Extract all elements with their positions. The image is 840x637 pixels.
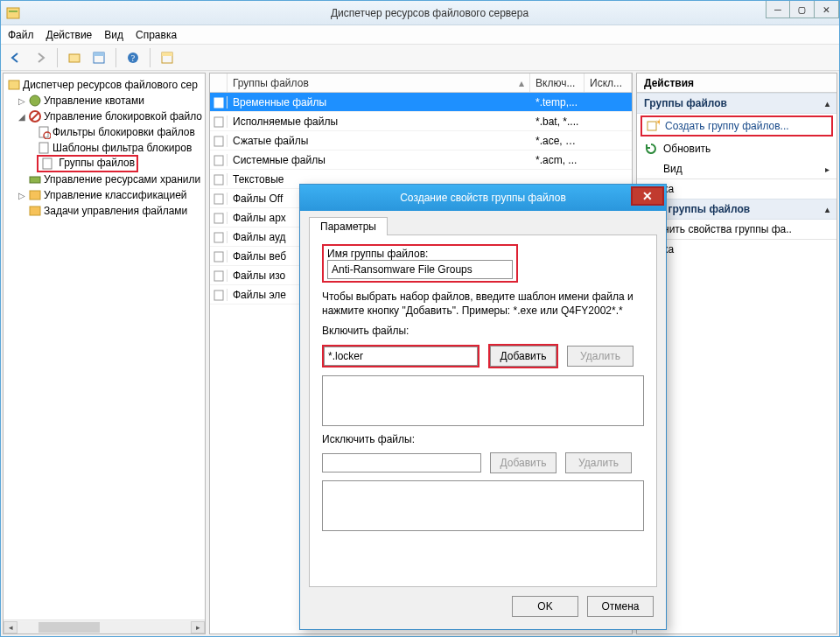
nav-forward-button[interactable] (31, 48, 50, 67)
include-label: Включить файлы: (322, 325, 644, 337)
col-header-include[interactable]: Включ... (530, 74, 584, 92)
quota-icon (28, 94, 42, 108)
window-title: Диспетчер ресурсов файлового сервера (20, 7, 839, 19)
group-name-label: Имя группы файлов: (327, 248, 513, 260)
svg-rect-25 (214, 194, 223, 204)
svg-rect-9 (9, 80, 19, 89)
scroll-right-button[interactable]: ▸ (191, 621, 205, 634)
pattern-hint: Чтобы выбрать набор файлов, введите шабл… (322, 290, 644, 318)
include-listbox[interactable] (322, 375, 644, 426)
tree-filters[interactable]: Фильтры блокировки файлов (51, 126, 195, 138)
menu-view[interactable]: Вид (104, 29, 123, 41)
file-group-row[interactable]: Сжатые файлы*.ace, *.... (210, 131, 632, 150)
block-icon (28, 109, 42, 123)
exclude-listbox[interactable] (322, 480, 644, 531)
scroll-left-button[interactable]: ◂ (4, 621, 18, 634)
svg-rect-17 (30, 177, 40, 183)
actions-section-selected: ные группы файлов ▴ (637, 199, 836, 220)
svg-rect-8 (162, 52, 172, 56)
close-button[interactable]: ✕ (815, 1, 839, 18)
file-group-row[interactable]: Системные файлы*.acm, ... (210, 150, 632, 170)
svg-text:?: ? (131, 53, 136, 63)
group-icon (40, 157, 54, 171)
nav-tree-pane: Диспетчер ресурсов файлового сер ▷ Управ… (3, 73, 206, 634)
action-refresh-label: Обновить (663, 143, 710, 155)
tree-horizontal-scrollbar[interactable]: ◂ ▸ (4, 620, 205, 634)
col-header-exclude[interactable]: Искл... (584, 74, 632, 92)
tree-templates[interactable]: Шаблоны фильтра блокиров (51, 142, 192, 154)
toolbar-icon-3[interactable] (158, 48, 177, 67)
dialog-ok-button[interactable]: OK (512, 596, 578, 617)
group-name-input[interactable] (327, 260, 513, 279)
action-create-group[interactable]: ✶ Создать группу файлов... (640, 116, 833, 136)
actions-section-groups: Группы файлов ▴ (637, 93, 836, 114)
collapse-icon[interactable]: ◢ (16, 112, 28, 122)
action-help-1[interactable]: ка (637, 179, 836, 199)
row-include: *.bat, *.... (530, 116, 584, 128)
exclude-add-button[interactable]: Добавить (490, 452, 556, 473)
toolbar-icon-1[interactable] (65, 48, 84, 67)
main-titlebar: Диспетчер ресурсов файлового сервера — ▢… (1, 1, 839, 25)
nav-back-button[interactable] (6, 48, 25, 67)
tree-blocking[interactable]: Управление блокировкой файло (42, 110, 202, 122)
include-remove-button[interactable]: Удалить (567, 346, 634, 367)
exclude-label: Исключить файлы: (322, 433, 644, 445)
storage-icon (28, 172, 42, 186)
svg-rect-18 (30, 191, 40, 200)
svg-rect-23 (214, 156, 223, 165)
row-name: Системные файлы (228, 154, 530, 166)
row-include: *.ace, *.... (530, 135, 584, 147)
tree-groups[interactable]: Группы файлов (57, 157, 135, 169)
svg-rect-0 (7, 8, 19, 18)
tree-classif[interactable]: Управление классификацией (42, 189, 187, 201)
tasks-icon (28, 204, 42, 218)
menu-action[interactable]: Действие (46, 29, 93, 41)
toolbar: ? (1, 45, 839, 71)
nav-tree[interactable]: Диспетчер ресурсов файлового сер ▷ Управ… (4, 74, 205, 620)
expand-icon[interactable]: ▷ (16, 191, 28, 200)
dialog-cancel-button[interactable]: Отмена (587, 596, 654, 617)
svg-rect-2 (69, 54, 80, 62)
dialog-title: Создание свойств группы файлов (400, 192, 566, 204)
svg-rect-28 (214, 252, 223, 262)
col-header-name[interactable]: Группы файлов▴ (228, 74, 530, 92)
tab-parameters[interactable]: Параметры (309, 217, 388, 235)
collapse-icon[interactable]: ▴ (825, 99, 830, 108)
action-view[interactable]: Вид ▸ (637, 159, 836, 178)
toolbar-icon-2[interactable] (89, 48, 108, 67)
include-add-button[interactable]: Добавить (490, 346, 556, 367)
include-pattern-input[interactable] (324, 346, 478, 366)
file-group-row[interactable]: Временные файлы*.temp,... (210, 93, 632, 112)
action-refresh[interactable]: Обновить (637, 138, 836, 159)
minimize-button[interactable]: — (766, 1, 790, 18)
file-group-row[interactable]: Исполняемые файлы*.bat, *.... (210, 112, 632, 131)
tree-storage[interactable]: Управление ресурсами хранили (42, 173, 200, 186)
menu-file[interactable]: Файл (8, 29, 34, 41)
svg-text:✶: ✶ (655, 119, 660, 127)
svg-rect-26 (214, 214, 223, 223)
svg-rect-30 (214, 290, 223, 300)
collapse-icon[interactable]: ▴ (825, 205, 830, 214)
exclude-pattern-input[interactable] (322, 453, 481, 472)
help-icon[interactable]: ? (123, 48, 143, 67)
dialog-titlebar[interactable]: Создание свойств группы файлов ✕ (300, 185, 666, 211)
row-name: Исполняемые файлы (228, 116, 530, 128)
maximize-button[interactable]: ▢ (790, 1, 815, 18)
action-edit-group-props[interactable]: нить свойства группы фа.. (637, 220, 836, 239)
dialog-close-button[interactable]: ✕ (631, 186, 664, 206)
svg-rect-15 (39, 143, 48, 153)
exclude-remove-button[interactable]: Удалить (565, 452, 632, 473)
svg-rect-21 (214, 117, 223, 127)
tree-root[interactable]: Диспетчер ресурсов файлового сер (21, 79, 198, 91)
action-help-2[interactable]: ка (637, 240, 836, 259)
tree-tasks[interactable]: Задачи управления файлами (42, 205, 187, 217)
action-create-group-label: Создать группу файлов... (665, 120, 789, 132)
expand-icon[interactable]: ▷ (16, 96, 28, 106)
filter-icon (37, 125, 51, 139)
menu-help[interactable]: Справка (136, 29, 177, 41)
svg-rect-20 (214, 98, 223, 108)
tree-quotas[interactable]: Управление квотами (42, 94, 144, 107)
scroll-thumb[interactable] (38, 622, 100, 633)
svg-point-10 (30, 95, 40, 106)
list-header: Группы файлов▴ Включ... Искл... (210, 74, 632, 93)
